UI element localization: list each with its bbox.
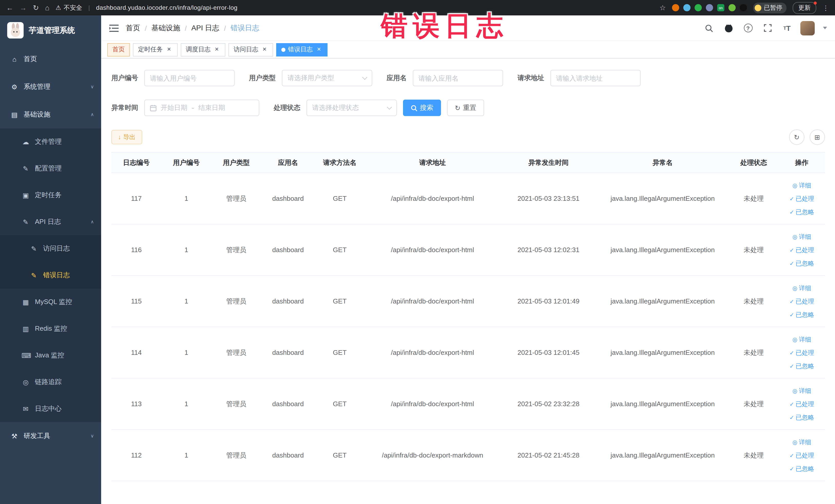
tab-close-icon[interactable]: × xyxy=(165,46,172,53)
sidebar-item-log-center[interactable]: ✉日志中心 xyxy=(0,396,101,422)
back-icon[interactable]: ← xyxy=(6,4,13,12)
profile-paused-badge[interactable]: 已暂停 xyxy=(753,2,787,13)
tab-access-log[interactable]: 访问日志× xyxy=(228,43,273,56)
row-action-ignored[interactable]: ✓已忽略 xyxy=(780,410,823,424)
extension-green-circle-icon[interactable] xyxy=(695,4,702,11)
sidebar-item-home[interactable]: ⌂首页 xyxy=(0,45,101,73)
sidebar-item-mysql-monitor[interactable]: ▦MySQL 监控 xyxy=(0,288,101,315)
help-icon[interactable]: ? xyxy=(742,22,754,34)
cell-method: GET xyxy=(315,429,365,481)
tab-close-icon[interactable]: × xyxy=(261,46,268,53)
extension-grid-icon[interactable] xyxy=(706,4,713,11)
browser-menu-icon[interactable]: ⋮ xyxy=(822,4,829,12)
hamburger-icon[interactable] xyxy=(109,24,119,32)
extension-leaf-icon[interactable] xyxy=(729,4,736,11)
sidebar-item-trace[interactable]: ◎链路追踪 xyxy=(0,369,101,396)
breadcrumb-api-log[interactable]: API 日志 xyxy=(191,23,220,33)
row-action-detail[interactable]: ◎详细 xyxy=(780,230,823,243)
header-search-icon[interactable] xyxy=(703,22,715,34)
user-id-input[interactable] xyxy=(144,70,235,86)
security-indicator[interactable]: ⚠ 不安全 xyxy=(56,3,82,12)
github-icon[interactable] xyxy=(722,22,735,34)
bookmark-star-icon[interactable]: ☆ xyxy=(659,4,666,12)
export-button[interactable]: ↓ 导出 xyxy=(111,130,142,144)
row-action-detail[interactable]: ◎详细 xyxy=(780,178,823,192)
tab-schedule-log[interactable]: 调度日志× xyxy=(181,43,225,56)
row-action-processed[interactable]: ✓已处理 xyxy=(780,448,823,462)
chevron-up-icon: ∧ xyxy=(90,112,94,117)
fullscreen-icon[interactable] xyxy=(761,22,774,34)
tab-close-icon[interactable]: × xyxy=(315,46,322,53)
screen: ← → ↻ ⌂ ⚠ 不安全 | dashboard.yudao.iocoder.… xyxy=(0,0,835,504)
filter-row-1: 用户编号 用户类型 请选择用户类型 应用名 请求地址 xyxy=(111,70,825,86)
extension-drop-icon[interactable] xyxy=(683,4,691,11)
table-refresh-button[interactable]: ↻ xyxy=(789,129,805,145)
row-action-detail[interactable]: ◎详细 xyxy=(780,332,823,346)
forward-icon[interactable]: → xyxy=(20,4,27,12)
sidebar-item-devtools[interactable]: ⚒研发工具∨ xyxy=(0,422,101,450)
row-action-ignored[interactable]: ✓已忽略 xyxy=(780,462,823,475)
row-action-processed[interactable]: ✓已处理 xyxy=(780,243,823,257)
error-log-table: 日志编号用户编号用户类型应用名请求方法名请求地址异常发生时间异常名处理状态操作 … xyxy=(111,152,825,481)
row-action-ignored[interactable]: ✓已忽略 xyxy=(780,257,823,270)
cell-app-name: dashboard xyxy=(261,429,315,481)
extension-bot-icon[interactable] xyxy=(740,4,747,11)
url-text[interactable]: dashboard.yudao.iocoder.cn/infra/log/api… xyxy=(96,4,238,11)
sidebar-item-api-log[interactable]: ✎API 日志∧ xyxy=(0,208,101,235)
row-action-processed[interactable]: ✓已处理 xyxy=(780,346,823,359)
extension-red-icon[interactable] xyxy=(672,4,679,11)
user-avatar[interactable] xyxy=(800,21,815,35)
app-name-input[interactable] xyxy=(413,70,503,86)
user-type-select[interactable]: 请选择用户类型 xyxy=(282,70,372,86)
row-action-ignored[interactable]: ✓已忽略 xyxy=(780,359,823,372)
sidebar-item-file-manage[interactable]: ☁文件管理 xyxy=(0,128,101,155)
reset-button[interactable]: ↻ 重置 xyxy=(447,100,484,116)
sidebar-item-access-log[interactable]: ✎访问日志 xyxy=(0,235,101,262)
sidebar-item-error-log[interactable]: ✎错误日志 xyxy=(0,262,101,288)
tab-error-log[interactable]: 错误日志× xyxy=(276,43,328,56)
row-action-detail[interactable]: ◎详细 xyxy=(780,384,823,397)
column-settings-button[interactable]: ⊞ xyxy=(810,129,825,145)
avatar-caret-icon[interactable] xyxy=(823,27,827,29)
sidebar-item-system-manage[interactable]: ⚙系统管理∨ xyxy=(0,73,101,101)
extension-on-badge-icon[interactable]: on xyxy=(717,4,725,11)
row-action-detail[interactable]: ◎详细 xyxy=(780,435,823,448)
row-action-processed[interactable]: ✓已处理 xyxy=(780,192,823,205)
row-action-ignored[interactable]: ✓已忽略 xyxy=(780,308,823,321)
cell-log-id: 112 xyxy=(111,429,161,481)
cell-exception: java.lang.IllegalArgumentException xyxy=(596,378,729,429)
exception-time-range-picker[interactable]: 开始日期 - 结束日期 xyxy=(144,100,259,116)
cell-log-id: 114 xyxy=(111,327,161,378)
tab-close-icon[interactable]: × xyxy=(213,46,220,53)
browser-home-icon[interactable]: ⌂ xyxy=(45,4,49,12)
request-url-input[interactable] xyxy=(550,70,641,86)
sidebar-item-java-monitor[interactable]: ⌨Java 监控 xyxy=(0,342,101,369)
column-header-5: 请求地址 xyxy=(365,152,500,173)
tab-home[interactable]: 首页 xyxy=(107,43,130,56)
sidebar-item-scheduled-job[interactable]: ▣定时任务 xyxy=(0,182,101,208)
process-status-select[interactable]: 请选择处理状态 xyxy=(306,100,397,116)
row-action-processed[interactable]: ✓已处理 xyxy=(780,397,823,410)
chevron-down-icon xyxy=(362,75,367,80)
cell-exception: java.lang.IllegalArgumentException xyxy=(596,224,729,276)
reload-icon[interactable]: ↻ xyxy=(33,4,39,12)
cell-status: 未处理 xyxy=(729,224,779,276)
chevron-down-icon: ∨ xyxy=(90,434,94,439)
update-dot-icon xyxy=(814,1,817,4)
search-button[interactable]: 搜索 xyxy=(403,100,441,116)
row-action-processed[interactable]: ✓已处理 xyxy=(780,295,823,308)
row-action-detail[interactable]: ◎详细 xyxy=(780,281,823,295)
check-icon: ✓ xyxy=(789,465,794,472)
sidebar-item-infrastructure[interactable]: ▤基础设施∧ xyxy=(0,101,101,128)
tab-scheduled-job[interactable]: 定时任务× xyxy=(133,43,178,56)
logo[interactable]: 芋道管理系统 xyxy=(0,15,101,45)
breadcrumb-infrastructure[interactable]: 基础设施 xyxy=(151,23,180,33)
breadcrumb-home[interactable]: 首页 xyxy=(126,23,140,33)
row-action-ignored[interactable]: ✓已忽略 xyxy=(780,205,823,219)
update-button[interactable]: 更新 xyxy=(793,2,816,14)
sidebar-item-redis-monitor[interactable]: ▥Redis 监控 xyxy=(0,315,101,342)
app-name-label: 应用名 xyxy=(387,74,407,83)
font-size-icon[interactable]: TT xyxy=(781,22,793,34)
sidebar-item-config-manage[interactable]: ✎配置管理 xyxy=(0,155,101,182)
column-header-1: 用户编号 xyxy=(161,152,211,173)
